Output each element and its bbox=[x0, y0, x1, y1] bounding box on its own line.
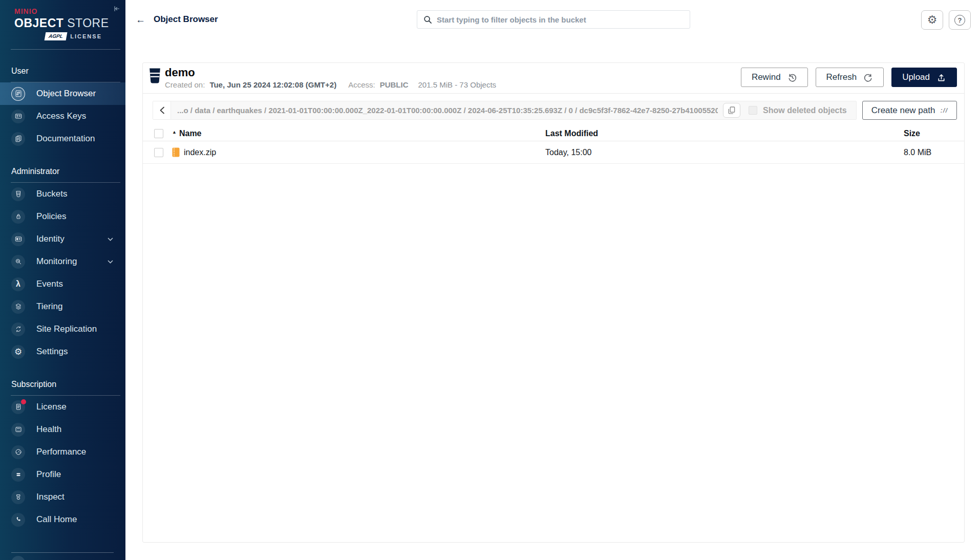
sidebar-item-call-home[interactable]: Call Home bbox=[0, 508, 125, 531]
upload-button[interactable]: Upload bbox=[891, 68, 957, 87]
chevron-left-icon bbox=[159, 106, 165, 114]
back-arrow-icon[interactable]: ← bbox=[136, 15, 145, 25]
logo-divider bbox=[11, 49, 120, 50]
sidebar-item-tiering[interactable]: Tiering bbox=[0, 295, 125, 318]
policies-icon bbox=[11, 210, 25, 224]
tiering-layers-icon bbox=[11, 300, 25, 314]
sidebar-item-identity[interactable]: Identity bbox=[0, 228, 125, 250]
sidebar-item-health[interactable]: Health bbox=[0, 418, 125, 441]
table-row[interactable]: index.zip Today, 15:00 8.0 MiB bbox=[143, 141, 964, 164]
search-input[interactable] bbox=[437, 15, 684, 24]
sidebar-item-label: Identity bbox=[36, 234, 65, 244]
product-name: OBJECT STORE bbox=[14, 16, 120, 30]
sidebar-item-documentation[interactable]: Documentation bbox=[0, 127, 125, 150]
sidebar-item-policies[interactable]: Policies bbox=[0, 205, 125, 228]
create-path-label: Create new path bbox=[871, 105, 935, 116]
sidebar-item-buckets[interactable]: Buckets bbox=[0, 183, 125, 205]
search-icon bbox=[423, 15, 432, 24]
page-title: Object Browser bbox=[154, 14, 218, 25]
breadcrumb[interactable]: ...o / data / earthquakes / 2021-01-01T0… bbox=[177, 106, 718, 115]
sidebar-item-settings[interactable]: ⚙ Settings bbox=[0, 340, 125, 363]
copy-path-button[interactable] bbox=[723, 103, 740, 118]
sidebar-item-license[interactable]: License bbox=[0, 396, 125, 418]
copy-icon bbox=[728, 106, 735, 114]
name-header-label: Name bbox=[179, 129, 202, 138]
sidebar-item-label: Inspect bbox=[36, 492, 65, 502]
access-value: PUBLIC bbox=[380, 80, 409, 89]
sidebar-item-events[interactable]: λ Events bbox=[0, 273, 125, 295]
bucket-usage: 201.5 MiB - 73 Objects bbox=[418, 80, 497, 89]
agpl-badge: AGPL bbox=[44, 32, 67, 40]
object-size: 8.0 MiB bbox=[904, 148, 965, 157]
sidebar-cropped-icon bbox=[11, 556, 25, 560]
minio-logo: MINIO OBJECT STORE AGPL LICENSE bbox=[0, 0, 125, 40]
license-icon bbox=[11, 400, 25, 414]
sidebar-item-label: Object Browser bbox=[36, 89, 96, 99]
bucket-icon bbox=[148, 68, 162, 84]
identity-icon bbox=[11, 232, 25, 246]
settings-button[interactable]: ⚙ bbox=[921, 10, 943, 30]
performance-gauge-icon bbox=[11, 445, 25, 459]
path-back-button[interactable] bbox=[153, 101, 171, 119]
access-keys-icon bbox=[11, 110, 25, 123]
product-name-light: STORE bbox=[67, 16, 109, 30]
show-deleted-group: Show deleted objects bbox=[749, 106, 851, 115]
phone-icon bbox=[11, 513, 25, 527]
modified-column-header[interactable]: Last Modified bbox=[545, 129, 904, 138]
select-all-checkbox[interactable] bbox=[154, 129, 163, 138]
sidebar-item-label: Performance bbox=[36, 447, 86, 457]
sidebar-item-label: Documentation bbox=[36, 134, 95, 144]
sidebar-item-inspect[interactable]: Inspect bbox=[0, 486, 125, 508]
sidebar-collapse-icon[interactable] bbox=[112, 4, 121, 13]
events-lambda-icon: λ bbox=[11, 277, 25, 291]
sidebar-item-label: Access Keys bbox=[36, 111, 86, 121]
help-button[interactable]: ? bbox=[949, 10, 971, 30]
buckets-icon bbox=[11, 187, 25, 201]
sidebar-bottom-divider bbox=[11, 552, 114, 553]
path-icon: :// bbox=[940, 106, 948, 114]
bucket-browser-card: demo Created on: Tue, Jun 25 2024 12:02:… bbox=[142, 62, 965, 543]
sidebar-item-label: Policies bbox=[36, 211, 67, 222]
upload-label: Upload bbox=[902, 72, 930, 82]
chevron-down-icon bbox=[108, 238, 113, 241]
inspect-icon bbox=[11, 490, 25, 504]
sidebar-section-administrator: Administrator bbox=[11, 167, 125, 176]
object-name-cell[interactable]: index.zip bbox=[172, 147, 545, 157]
sidebar-item-performance[interactable]: Performance bbox=[0, 441, 125, 463]
bucket-title-block: demo Created on: Tue, Jun 25 2024 12:02:… bbox=[165, 67, 496, 89]
sidebar-item-site-replication[interactable]: Site Replication bbox=[0, 318, 125, 340]
sidebar-item-label: Site Replication bbox=[36, 324, 97, 334]
show-deleted-checkbox bbox=[749, 106, 757, 115]
site-replication-icon bbox=[11, 322, 25, 336]
upload-icon bbox=[936, 73, 946, 82]
health-icon bbox=[11, 423, 25, 437]
documentation-icon bbox=[11, 132, 25, 146]
monitoring-icon bbox=[11, 255, 25, 269]
created-label: Created on: bbox=[165, 80, 205, 89]
size-column-header[interactable]: Size bbox=[904, 129, 965, 138]
product-name-bold: OBJECT bbox=[14, 16, 63, 30]
bucket-name: demo bbox=[165, 67, 496, 79]
sidebar-item-label: Settings bbox=[36, 347, 68, 357]
help-icon: ? bbox=[954, 15, 965, 26]
sidebar-item-profile[interactable]: Profile bbox=[0, 463, 125, 486]
bucket-meta: Created on: Tue, Jun 25 2024 12:02:08 (G… bbox=[165, 80, 496, 89]
rewind-button[interactable]: Rewind bbox=[741, 68, 808, 87]
chevron-down-icon bbox=[108, 260, 113, 264]
object-filter-searchbar bbox=[417, 10, 690, 29]
sidebar-item-monitoring[interactable]: Monitoring bbox=[0, 250, 125, 273]
top-header: ← Object Browser ⚙ ? bbox=[125, 0, 980, 41]
page-title-group[interactable]: ← Object Browser bbox=[136, 14, 218, 25]
create-new-path-button[interactable]: Create new path :// bbox=[862, 101, 957, 120]
gear-icon: ⚙ bbox=[11, 345, 25, 359]
name-column-header[interactable]: ▲ Name bbox=[172, 129, 545, 138]
sidebar-item-label: Buckets bbox=[36, 189, 67, 199]
sidebar-section-user: User bbox=[11, 67, 125, 76]
show-deleted-label: Show deleted objects bbox=[763, 106, 847, 115]
sidebar-item-object-browser[interactable]: Object Browser bbox=[0, 82, 125, 105]
path-bar: ...o / data / earthquakes / 2021-01-01T0… bbox=[153, 101, 857, 120]
object-browser-icon bbox=[11, 87, 25, 101]
refresh-button[interactable]: Refresh bbox=[816, 68, 884, 87]
row-checkbox[interactable] bbox=[154, 148, 163, 157]
sidebar-item-access-keys[interactable]: Access Keys bbox=[0, 105, 125, 127]
